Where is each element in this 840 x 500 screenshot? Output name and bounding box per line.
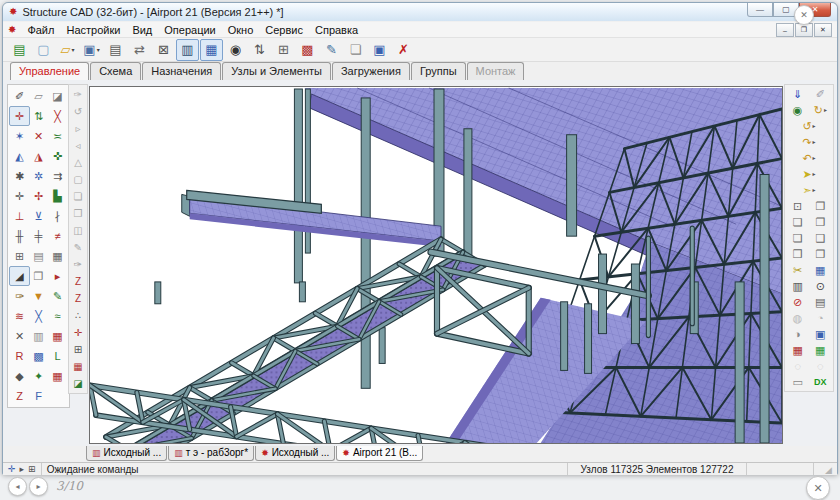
menu-Окно[interactable]: Окно xyxy=(222,24,260,36)
left-tool-20[interactable]: ⊻ xyxy=(28,206,49,226)
right-tool-2-2[interactable]: ↻▸ xyxy=(810,103,830,118)
toolbar-new-document[interactable]: ▢ xyxy=(32,39,55,61)
right-tool-14-1[interactable]: ⊘ xyxy=(788,295,808,310)
left-tool-40[interactable]: R xyxy=(9,346,30,366)
left-tool-36[interactable]: ≈ xyxy=(47,306,68,326)
toolbar-show-tables[interactable]: ▦ xyxy=(200,39,223,61)
left-tool-29[interactable]: ❐ xyxy=(28,266,49,286)
left-tool-19[interactable]: ⊥ xyxy=(9,206,30,226)
right-tool-1-2[interactable]: ✐ xyxy=(810,87,830,102)
left-tool-16[interactable]: ✛ xyxy=(9,186,30,206)
child-minimize-button[interactable]: – xyxy=(776,23,794,37)
tab-Монтаж[interactable]: Монтаж xyxy=(467,62,525,80)
doc-tab-т э - раб3орг*[interactable]: ▥т э - раб3орг* xyxy=(168,446,254,461)
status-icon-3[interactable]: ⊞ xyxy=(28,465,36,474)
model-viewport[interactable] xyxy=(89,86,783,444)
menu-Сервис[interactable]: Сервис xyxy=(259,24,309,36)
left-tool-22[interactable]: ╫ xyxy=(9,226,30,246)
left-tool-47[interactable]: F xyxy=(28,386,49,406)
tab-Схема[interactable]: Схема xyxy=(90,62,141,80)
left-strip-tool-10[interactable]: ✎ xyxy=(69,239,87,256)
left-tool-27[interactable]: ▦ xyxy=(47,246,68,266)
toolbar-close-document[interactable]: ✗ xyxy=(392,39,415,61)
menu-Справка[interactable]: Справка xyxy=(309,24,364,36)
tab-Узлы и Элементы[interactable]: Узлы и Элементы xyxy=(222,62,331,80)
menu-Файл[interactable]: Файл xyxy=(21,24,60,36)
left-tool-1[interactable]: ✐ xyxy=(9,86,30,106)
right-tool-13-2[interactable]: ⊙ xyxy=(810,279,830,294)
left-strip-tool-5[interactable]: △ xyxy=(69,154,87,171)
left-strip-tool-9[interactable]: ◫ xyxy=(69,222,87,239)
right-tool-17-2[interactable]: ▦ xyxy=(810,343,830,358)
toolbar-small-blue-box[interactable]: ▣ xyxy=(368,39,391,61)
right-tool-2-1[interactable]: ◉ xyxy=(788,103,808,118)
right-tool-18-2[interactable]: ◌ xyxy=(810,359,830,374)
toolbar-show-model[interactable]: ▥ xyxy=(176,39,199,61)
left-tool-34[interactable]: ≋ xyxy=(9,306,30,326)
left-tool-2[interactable]: ▱ xyxy=(28,86,49,106)
tab-Управление[interactable]: Управление xyxy=(10,62,89,80)
right-tool-9-1[interactable]: ❏ xyxy=(788,215,808,230)
right-tool-19-2[interactable]: DX xyxy=(810,375,830,390)
left-tool-25[interactable]: ⊞ xyxy=(9,246,30,266)
toolbar-new-project[interactable]: ▤ xyxy=(8,39,31,61)
menu-Настройки[interactable]: Настройки xyxy=(60,24,126,36)
tab-Загружения[interactable]: Загружения xyxy=(332,62,410,80)
toolbar-measure-grid[interactable]: ⊞ xyxy=(272,39,295,61)
left-strip-tool-18[interactable]: ◪ xyxy=(69,375,87,392)
left-strip-tool-11[interactable]: ✑ xyxy=(69,256,87,273)
left-tool-13[interactable]: ✱ xyxy=(9,166,30,186)
toolbar-calc-scheme[interactable]: ▩ xyxy=(296,39,319,61)
left-tool-33[interactable]: ✎ xyxy=(47,286,68,306)
tab-Группы[interactable]: Группы xyxy=(411,62,466,80)
left-tool-7[interactable]: ✶ xyxy=(9,126,30,146)
right-tool-17-1[interactable]: ▦ xyxy=(788,343,808,358)
right-tool-15-1[interactable]: ◍ xyxy=(788,311,808,326)
right-tool-11-1[interactable]: ❒ xyxy=(788,247,808,262)
right-tool-12-1[interactable]: ✂ xyxy=(788,263,808,278)
left-tool-17[interactable]: ✢ xyxy=(28,186,49,206)
left-strip-tool-1[interactable]: ✑ xyxy=(69,86,87,103)
gallery-prev-button[interactable]: ◂ xyxy=(8,477,27,496)
doc-tab-Исходный ...[interactable]: ✸Исходный ... xyxy=(255,446,335,461)
left-strip-tool-15[interactable]: ✛ xyxy=(69,324,87,341)
right-tool-16-2[interactable]: ▣ xyxy=(810,327,830,342)
left-tool-14[interactable]: ✲ xyxy=(28,166,49,186)
gallery-close-icon[interactable]: ✕ xyxy=(794,5,814,25)
right-tool-18-1[interactable]: ◌ xyxy=(788,359,808,374)
left-tool-10[interactable]: ◭ xyxy=(9,146,30,166)
left-tool-32[interactable]: ▼ xyxy=(28,286,49,306)
status-icon-1[interactable]: ✛ xyxy=(8,465,16,474)
left-strip-tool-14[interactable]: ∴ xyxy=(69,307,87,324)
title-bar[interactable]: ✸ Structure CAD (32-бит) - [Airport 21 (… xyxy=(3,3,837,21)
right-tool-10-1[interactable]: ❏ xyxy=(788,231,808,246)
doc-tab-Airport 21 (В...[interactable]: ✸Airport 21 (В... xyxy=(336,446,423,461)
right-tool-8-1[interactable]: ⊡ xyxy=(788,199,808,214)
right-tool-9-2[interactable]: ❐ xyxy=(810,215,830,230)
left-tool-26[interactable]: ▤ xyxy=(28,246,49,266)
toolbar-express-edit[interactable]: ✎ xyxy=(320,39,343,61)
left-tool-3[interactable]: ◪ xyxy=(47,86,68,106)
left-tool-43[interactable]: ◆ xyxy=(9,366,30,386)
right-tool-10-2[interactable]: ❑ xyxy=(810,231,830,246)
gallery-next-button[interactable]: ▸ xyxy=(29,477,48,496)
left-tool-6[interactable]: ╳ xyxy=(47,106,68,126)
left-tool-39[interactable]: ▦ xyxy=(47,326,68,346)
left-tool-28[interactable]: ◢ xyxy=(9,266,30,286)
toolbar-delete-results[interactable]: ⊠ xyxy=(152,39,175,61)
left-tool-31[interactable]: ✑ xyxy=(9,286,30,306)
left-tool-45[interactable]: ▦ xyxy=(47,366,68,386)
resize-grip[interactable]: ◢ xyxy=(814,463,837,475)
toolbar-import-export[interactable]: ⇄ xyxy=(128,39,151,61)
right-tool-11-2[interactable]: ❐ xyxy=(810,247,830,262)
child-restore-button[interactable]: ❐ xyxy=(795,23,813,37)
right-tool-4-1[interactable]: ↷▸ xyxy=(799,135,819,150)
toolbar-snapshot[interactable]: ◉ xyxy=(224,39,247,61)
toolbar-send-to[interactable]: ⇅ xyxy=(248,39,271,61)
model-canvas[interactable] xyxy=(90,87,782,443)
menu-Операции[interactable]: Операции xyxy=(158,24,221,36)
doc-tab-Исходный ...[interactable]: ▥Исходный ... xyxy=(86,446,167,461)
left-tool-30[interactable]: ▸ xyxy=(47,266,68,286)
right-tool-1-1[interactable]: ⇓ xyxy=(788,87,808,102)
minimize-button[interactable]: — xyxy=(747,3,773,17)
